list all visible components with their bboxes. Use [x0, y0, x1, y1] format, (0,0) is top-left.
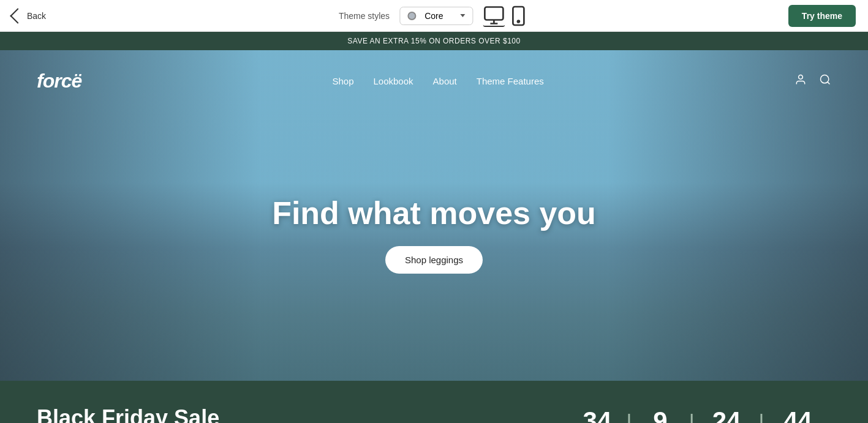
- countdown-divider-2: |: [689, 410, 694, 423]
- back-button[interactable]: Back: [12, 10, 46, 21]
- countdown-hours-number: 9: [647, 406, 674, 423]
- back-label: Back: [27, 11, 46, 21]
- site-header: forcë Shop Lookbook About Theme Features: [0, 70, 868, 92]
- bf-title: Black Friday Sale: [37, 405, 568, 423]
- hero-section: forcë Shop Lookbook About Theme Features: [0, 50, 868, 381]
- countdown-days-number: 34: [583, 406, 612, 423]
- site-logo: forcë: [37, 70, 81, 92]
- top-bar-left: Back: [12, 10, 46, 21]
- countdown-minutes: 24 MINUTES: [695, 406, 759, 423]
- bf-countdown: 34 DAYS | 9 HOURS | 24 MINUTES | 44 SECO…: [568, 406, 831, 423]
- svg-rect-0: [485, 7, 503, 20]
- nav-about[interactable]: About: [433, 76, 457, 86]
- countdown-seconds: 44 SECONDS: [764, 406, 831, 423]
- mobile-icon: [507, 5, 529, 27]
- top-bar: Back Theme styles Core Try the: [0, 0, 868, 32]
- hero-content: Find what moves you Shop leggings: [272, 195, 596, 274]
- nav-shop[interactable]: Shop: [332, 76, 353, 86]
- desktop-view-button[interactable]: [483, 5, 505, 27]
- chevron-down-icon: [460, 14, 465, 17]
- countdown-hours: 9 HOURS: [632, 406, 689, 423]
- announcement-bar: SAVE AN EXTRA 15% ON ORDERS OVER $100: [0, 32, 868, 50]
- style-dot-icon: [407, 12, 416, 20]
- site-nav-icons: [794, 73, 831, 89]
- style-selector-dropdown[interactable]: Core: [399, 7, 473, 25]
- countdown-days: 34 DAYS: [568, 406, 627, 423]
- chevron-left-icon: [10, 8, 25, 23]
- countdown-minutes-number: 24: [709, 406, 744, 423]
- svg-point-3: [799, 75, 803, 80]
- preview-area: SAVE AN EXTRA 15% ON ORDERS OVER $100 fo…: [0, 32, 868, 423]
- hero-title: Find what moves you: [272, 195, 596, 231]
- style-name-label: Core: [421, 11, 455, 21]
- announcement-text: SAVE AN EXTRA 15% ON ORDERS OVER $100: [347, 37, 520, 45]
- mobile-view-button[interactable]: [507, 5, 529, 27]
- countdown-divider-3: |: [758, 410, 764, 423]
- countdown-seconds-number: 44: [779, 406, 817, 423]
- site-nav: Shop Lookbook About Theme Features: [332, 76, 543, 86]
- account-icon[interactable]: [794, 73, 807, 89]
- svg-point-4: [820, 75, 828, 83]
- svg-point-2: [518, 20, 519, 22]
- desktop-icon: [483, 4, 505, 26]
- view-icons: [483, 5, 529, 27]
- nav-theme-features[interactable]: Theme Features: [477, 76, 544, 86]
- black-friday-section: Black Friday Sale Hurry up! get 30% off …: [0, 381, 868, 423]
- top-bar-center: Theme styles Core: [339, 5, 529, 27]
- countdown-divider-1: |: [626, 410, 632, 423]
- hero-cta-button[interactable]: Shop leggings: [385, 246, 483, 274]
- search-icon[interactable]: [819, 73, 831, 89]
- bf-left: Black Friday Sale Hurry up! get 30% off …: [37, 405, 568, 423]
- nav-lookbook[interactable]: Lookbook: [373, 76, 413, 86]
- try-theme-button[interactable]: Try theme: [788, 5, 856, 27]
- theme-styles-label: Theme styles: [339, 11, 390, 21]
